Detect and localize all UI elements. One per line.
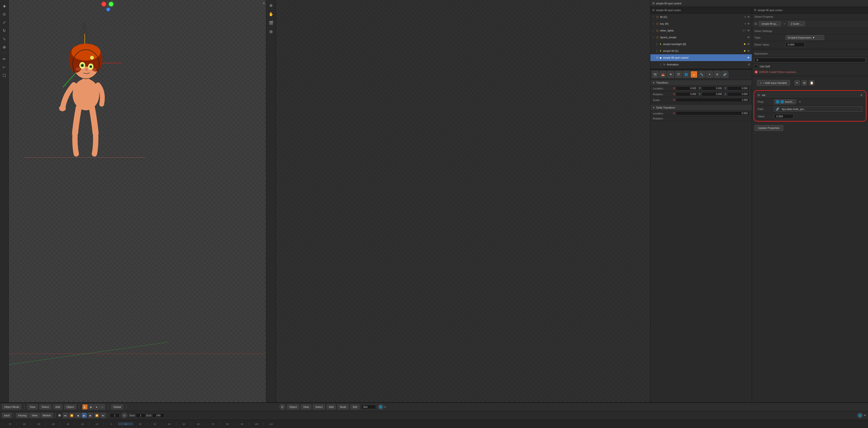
outliner-item-3point[interactable]: ▽ ⬡ 3point_simple 👁 — [650, 34, 752, 41]
prop-object-selector[interactable]: 🌐 🌐 toonH... — [774, 99, 796, 104]
expression-input-row[interactable] — [752, 57, 868, 64]
add-var-paste-icon[interactable]: 📋 — [809, 80, 814, 86]
outliner-item-backlight[interactable]: │ ✦ simple backlight (B) ✸ 👁 — [650, 41, 752, 48]
add-var-button[interactable]: + + Add Input Variable — [757, 80, 790, 86]
add-var-copy-icon[interactable]: ⧉ — [802, 80, 807, 86]
eye-icon-3[interactable]: 👁 — [747, 29, 750, 32]
grid-icon[interactable]: ⊞ — [268, 28, 275, 35]
solid-shading-btn[interactable]: ◐ — [82, 404, 88, 409]
dloc-x[interactable]: 0.000 — [676, 111, 749, 115]
prev-key-btn[interactable]: ⏪ — [69, 413, 74, 418]
zoom-icon[interactable]: ⊕ — [268, 2, 275, 9]
keying-menu[interactable]: Keying — [16, 413, 29, 418]
outliner-item-key[interactable]: ▽ ⬡ key (R) 8 👁 — [650, 20, 752, 27]
measure-icon[interactable]: ⊢ — [1, 64, 8, 70]
use-self-checkbox[interactable] — [754, 65, 758, 68]
rot-z-field[interactable]: 0.000 — [727, 92, 749, 96]
prev-frame-btn[interactable]: ◀ — [75, 413, 81, 418]
node-select-label[interactable]: Select — [313, 404, 325, 409]
back-btn[interactable]: back — [2, 413, 12, 418]
marker-menu[interactable]: Marker — [41, 413, 53, 418]
props-tab-particles[interactable]: ✦ — [706, 71, 713, 78]
node-object-label[interactable]: Object — [287, 404, 299, 409]
rot-x-field[interactable]: 0.000 — [676, 92, 698, 96]
type-dropdown[interactable]: Scripted Expression ▼ — [785, 35, 824, 40]
slot-field[interactable]: Slot — [361, 405, 376, 409]
jump-start-btn[interactable]: ⏮ — [63, 413, 68, 418]
props-tab-modifier[interactable]: 🔧 — [698, 71, 705, 78]
eye-icon-4[interactable]: 👁 — [747, 36, 750, 39]
transform-global[interactable]: Global — [111, 404, 123, 409]
node-node-label[interactable]: Node — [338, 404, 348, 409]
outliner-item-fill-spot-control[interactable]: ▽ ◆ simple fill spot control 👁 — [650, 54, 752, 61]
next-frame-btn[interactable]: ▶ — [88, 413, 93, 418]
props-tab-physics[interactable]: ⚙ — [714, 71, 721, 78]
wireframe-shading-btn[interactable]: □ — [100, 404, 105, 409]
timeline-right-icon[interactable]: 🌐 — [857, 412, 863, 418]
view-tl-menu[interactable]: View — [30, 413, 40, 418]
rot-y-field[interactable]: 0.000 — [702, 92, 724, 96]
driven-prop-obj[interactable]: simple fill sp... — [759, 21, 781, 26]
outliner-list[interactable]: ▽ ⬡ fill (G) 8 👁 ▽ ⬡ key (R) 8 👁 — [650, 13, 752, 69]
next-key-btn[interactable]: ⏩ — [94, 413, 99, 418]
current-frame-field[interactable]: 1 — [110, 413, 120, 418]
prop-close-btn[interactable]: × — [799, 100, 801, 104]
delta-transform-header[interactable]: ▼ Delta Transform — [650, 105, 752, 111]
loc-z-field[interactable]: 0.000 — [727, 86, 749, 90]
view-menu[interactable]: View — [27, 404, 37, 409]
node-add-label[interactable]: Add — [327, 404, 336, 409]
viewport-3d[interactable]: ⊕ ✋ 🎬 ⊞ ◈ ⊙ ⤢ ↻ ⤡ ⊕ ✏ ⊢ ☐ × — [0, 0, 276, 402]
select-icon[interactable]: ◈ — [1, 2, 8, 9]
eye-icon-7[interactable]: 👁 — [747, 56, 750, 59]
add-menu[interactable]: Add — [53, 404, 62, 409]
end-frame-field[interactable]: 240 — [152, 413, 164, 418]
material-shading-btn[interactable]: ◑ — [88, 404, 93, 409]
plus-node-btn[interactable]: + — [384, 405, 386, 409]
cursor-icon[interactable]: ⊙ — [1, 11, 8, 18]
globe-btn[interactable]: 🌐 — [378, 404, 384, 410]
scale-x-field[interactable]: 1.000 — [676, 98, 749, 102]
move-icon[interactable]: ⤢ — [1, 19, 8, 26]
ruler-row[interactable]: -70 -60 -50 -40 -30 -20 -10 0 10 20 30 4… — [0, 420, 868, 428]
add-icon[interactable]: ☐ — [1, 72, 8, 79]
props-tab-view[interactable]: 👁 — [667, 71, 674, 78]
props-tab-world[interactable]: 🌐 — [683, 71, 690, 78]
node-editor[interactable]: ⊡ Object View Select Add Node Slot 🌐 + — [276, 0, 650, 402]
camera-rotate-icon[interactable]: 🎬 — [268, 19, 275, 26]
object-menu[interactable]: Object — [64, 404, 76, 409]
transform-icon[interactable]: ⊕ — [1, 44, 8, 50]
eye-icon-2[interactable]: 👁 — [747, 22, 750, 25]
eye-icon-6[interactable]: 👁 — [747, 50, 750, 52]
outliner-item-simple-fill[interactable]: │ ✦ simple fill (G) ✸ 👁 — [650, 48, 752, 54]
outliner-item-other-lights[interactable]: ▷ ⬡ other_lights 2 7 👁 — [650, 27, 752, 34]
rotate-icon[interactable]: ↻ — [1, 27, 8, 34]
timeline-plus[interactable]: + — [864, 413, 866, 418]
node-slot-label[interactable]: Slot — [350, 404, 360, 409]
props-tab-scene[interactable]: 🎬 — [675, 71, 682, 78]
loc-y-field[interactable]: 0.000 — [702, 86, 724, 90]
eye-icon[interactable]: 👁 — [747, 16, 750, 19]
eye-icon-5[interactable]: 👁 — [747, 42, 750, 46]
props-tab-output[interactable]: 📤 — [660, 71, 666, 78]
expression-input[interactable] — [754, 58, 866, 62]
props-tab-render[interactable]: 📷 — [652, 71, 659, 78]
outliner-item-fill[interactable]: ▽ ⬡ fill (G) 8 👁 — [650, 13, 752, 20]
props-tab-constraints[interactable]: 🔗 — [721, 71, 728, 78]
jump-end-btn[interactable]: ⏭ — [100, 413, 106, 418]
start-frame-field[interactable]: 1 — [136, 413, 146, 418]
mode-selector[interactable]: Object Mode — [2, 404, 21, 409]
add-var-pencil-icon[interactable]: ✏ — [795, 80, 800, 86]
annotate-icon[interactable]: ✏ — [1, 56, 8, 62]
outliner-item-animation[interactable]: │ ↻ Animation ↺ — [650, 61, 752, 68]
rendered-shading-btn[interactable]: ● — [94, 404, 99, 409]
hand-icon[interactable]: ✋ — [268, 11, 275, 18]
node-view-label[interactable]: View — [301, 404, 311, 409]
node-bottom-icon[interactable]: ⊙ — [279, 404, 285, 410]
transform-section-header[interactable]: ▼ Transform — [650, 80, 752, 86]
viewport-close[interactable]: × — [262, 1, 265, 6]
select-menu[interactable]: Select — [39, 404, 51, 409]
path-field[interactable]: 🔗 bpy.data.node_gro... — [774, 106, 862, 112]
variable-close-btn[interactable]: × — [861, 93, 862, 97]
scale-icon[interactable]: ⤡ — [1, 35, 8, 42]
props-tab-object[interactable]: ▲ — [690, 71, 698, 78]
